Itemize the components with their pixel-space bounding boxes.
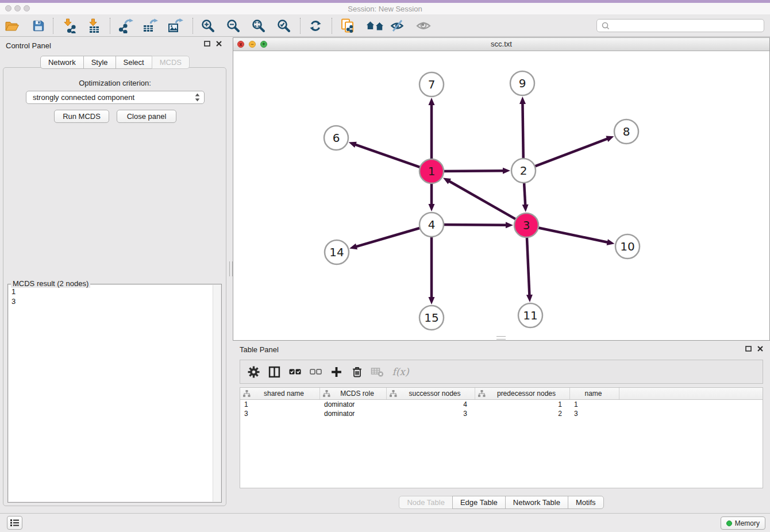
delete-table-button [369, 363, 386, 380]
export-network-button[interactable] [116, 17, 136, 35]
network-graph-canvas[interactable]: 7968124314101511 [233, 51, 769, 340]
task-history-button[interactable] [7, 516, 22, 530]
hide-selected-button[interactable] [388, 17, 407, 35]
add-row-button[interactable] [328, 363, 345, 380]
save-session-button[interactable] [29, 17, 48, 35]
tab-mcds[interactable]: MCDS [152, 56, 190, 69]
import-network-button[interactable] [60, 17, 79, 35]
result-scrollbar[interactable] [213, 285, 221, 502]
zoom-out-icon [226, 19, 240, 33]
graph-edge-3-10[interactable] [537, 228, 609, 243]
show-columns-button[interactable] [265, 363, 283, 380]
graph-edge-2-8[interactable] [533, 138, 609, 167]
tab-edge-table[interactable]: Edge Table [452, 496, 506, 509]
svg-text:6: 6 [333, 131, 340, 145]
close-panel-icon[interactable] [757, 346, 763, 352]
tab-node-table[interactable]: Node Table [399, 496, 453, 509]
network-window-titlebar[interactable]: x − + scc.txt [233, 38, 769, 51]
horizontal-splitter-handle[interactable] [496, 336, 506, 340]
zoom-fit-button[interactable] [249, 17, 268, 35]
refresh-view-button[interactable] [306, 17, 325, 35]
search-input[interactable] [611, 20, 764, 31]
show-all-button[interactable] [414, 17, 433, 35]
column-type-icon [390, 390, 397, 397]
float-panel-icon[interactable] [204, 41, 210, 47]
graph-edge-3-1[interactable] [448, 180, 518, 220]
zoom-fit-icon [252, 19, 265, 33]
graph-edge-2-3[interactable] [524, 181, 525, 206]
eye-icon [416, 20, 431, 32]
column-header-predecessor-nodes[interactable]: predecessor nodes [475, 388, 570, 399]
graph-edge-4-3[interactable] [442, 225, 507, 225]
table-row[interactable]: 1dominator411 [240, 400, 763, 409]
criterion-value: strongly connected component [33, 93, 134, 102]
graph-edge-arrowhead [503, 168, 510, 174]
graph-node-15[interactable]: 15 [419, 306, 444, 330]
graph-node-7[interactable]: 7 [419, 72, 444, 97]
clone-network-button[interactable] [338, 17, 357, 35]
close-panel-icon[interactable] [216, 41, 222, 47]
memory-button[interactable]: Memory [721, 516, 765, 530]
tab-network[interactable]: Network [40, 56, 84, 69]
graph-edge-1-6[interactable] [354, 144, 422, 168]
graph-node-11[interactable]: 11 [518, 303, 542, 327]
mcds-result-area: 1 3 [9, 285, 221, 502]
graph-node-8[interactable]: 8 [614, 119, 638, 144]
column-header-name[interactable]: name [570, 388, 619, 399]
toolbar-separator [110, 18, 110, 34]
graph-edge-arrowhead [606, 136, 614, 142]
table-cell-filler [619, 409, 763, 418]
graph-node-14[interactable]: 14 [325, 240, 349, 264]
save-disk-icon [32, 20, 45, 32]
import-table-icon [86, 18, 101, 33]
open-session-button[interactable] [2, 17, 22, 35]
graph-node-1[interactable]: 1 [419, 159, 444, 183]
svg-text:8: 8 [623, 125, 630, 138]
delete-row-button[interactable] [348, 363, 365, 380]
list-icon [10, 519, 20, 527]
import-table-button[interactable] [84, 17, 103, 35]
zoom-out-button[interactable] [224, 17, 243, 35]
run-mcds-button[interactable]: Run MCDS [54, 110, 109, 123]
clone-network-icon [341, 18, 355, 33]
graph-node-9[interactable]: 9 [510, 71, 534, 95]
graph-node-4[interactable]: 4 [419, 213, 444, 237]
table-settings-button[interactable] [245, 363, 262, 380]
tab-style[interactable]: Style [83, 56, 116, 69]
control-panel-tabs: Network Style Select MCDS [0, 56, 230, 69]
graph-edge-2-9[interactable] [522, 102, 523, 160]
graph-node-3[interactable]: 3 [514, 213, 538, 237]
close-panel-button[interactable]: Close panel [117, 110, 176, 123]
tab-select[interactable]: Select [116, 56, 152, 69]
home-button[interactable] [364, 17, 386, 35]
float-panel-icon[interactable] [745, 346, 752, 352]
graph-edge-3-11[interactable] [527, 236, 530, 296]
column-header-successor-nodes[interactable]: successor nodes [387, 388, 475, 399]
graph-edge-1-2[interactable] [442, 171, 505, 171]
refresh-icon [309, 20, 322, 32]
column-header-filler [619, 388, 763, 399]
export-table-button[interactable] [141, 17, 160, 35]
graph-node-10[interactable]: 10 [615, 234, 640, 259]
mcds-result-fieldset: 1 3 MCDS result (2 nodes) [7, 284, 222, 503]
graph-node-6[interactable]: 6 [324, 126, 348, 150]
search-field[interactable] [596, 19, 764, 32]
tab-network-table[interactable]: Network Table [505, 496, 568, 509]
open-folder-icon [5, 20, 20, 32]
table-row[interactable]: 3dominator323 [240, 409, 763, 418]
deselect-all-icon [310, 366, 322, 377]
column-header-mcds-role[interactable]: MCDS role [320, 388, 387, 399]
plus-icon [330, 366, 342, 378]
zoom-selected-button[interactable] [274, 17, 294, 35]
graph-node-2[interactable]: 2 [511, 159, 536, 183]
deselect-all-button[interactable] [307, 363, 324, 380]
window-titlebar: Session: New Session [0, 3, 770, 14]
column-header-shared-name[interactable]: shared name [240, 388, 320, 399]
criterion-select[interactable]: strongly connected component [26, 91, 205, 104]
export-image-button[interactable] [166, 17, 186, 35]
tab-motifs[interactable]: Motifs [568, 496, 604, 509]
zoom-in-button[interactable] [198, 17, 218, 35]
select-all-button[interactable] [286, 363, 303, 380]
graph-edge-4-14[interactable] [355, 228, 422, 247]
graph-edge-arrowhead [429, 98, 435, 105]
